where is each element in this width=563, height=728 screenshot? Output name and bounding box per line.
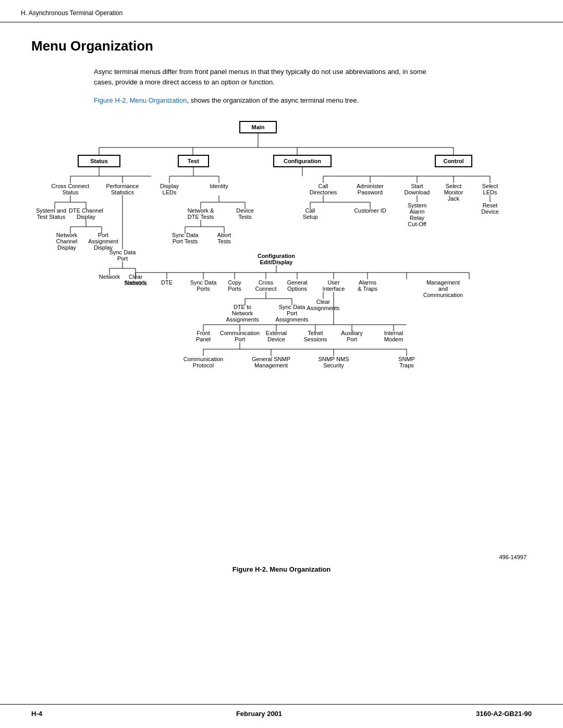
header-text: H. Asynchronous Terminal Operation [21,9,123,17]
svg-text:Auxiliary: Auxiliary [341,330,363,336]
svg-text:Port: Port [287,310,297,316]
svg-text:Sync Data: Sync Data [190,279,217,286]
svg-text:Assignments: Assignments [226,316,259,323]
svg-text:Network: Network [56,232,78,238]
svg-text:External: External [266,330,287,336]
svg-text:LEDs: LEDs [163,189,177,195]
svg-text:Identity: Identity [210,183,228,189]
svg-text:LEDs: LEDs [483,189,497,195]
svg-text:Jack: Jack [448,195,460,202]
svg-text:Display: Display [77,214,96,220]
svg-text:and: and [438,286,448,292]
diagram-container: Main Status Test Configuration Control [31,116,532,544]
svg-text:Communication: Communication [183,356,223,362]
svg-text:Management: Management [254,362,288,368]
svg-text:Status: Status [62,189,79,195]
svg-text:Test Status: Test Status [37,214,66,220]
svg-text:Directories: Directories [310,189,337,195]
section-title: Menu Organization [31,38,532,54]
svg-text:Device: Device [267,336,285,342]
svg-text:Configuration: Configuration [258,253,295,259]
svg-text:Cross: Cross [259,279,274,286]
svg-text:Sessions: Sessions [304,336,327,342]
svg-text:Panel: Panel [196,336,211,342]
svg-text:Clear: Clear [316,299,331,305]
svg-text:Communication: Communication [423,292,463,298]
svg-text:Select: Select [446,183,462,189]
svg-text:Network &: Network & [188,207,214,214]
svg-text:Password: Password [358,189,383,195]
page-content: Menu Organization Async terminal menus d… [0,22,563,594]
svg-text:Sync Data: Sync Data [172,232,199,238]
svg-text:DTE Tests: DTE Tests [188,214,214,220]
svg-text:Port: Port [347,336,357,342]
intro-text-1: Async terminal menus differ from front p… [94,68,426,86]
svg-text:Communication: Communication [220,330,260,336]
svg-text:Telnet: Telnet [308,330,323,336]
svg-text:Administer: Administer [357,183,384,189]
figure-id: 496-14997 [31,554,527,560]
svg-text:DTE Channel: DTE Channel [69,207,103,214]
svg-text:Port: Port [98,232,108,238]
svg-text:Security: Security [323,362,344,368]
svg-text:Select: Select [482,183,498,189]
footer-left: H-4 [31,710,42,718]
svg-text:DTE: DTE [161,279,173,286]
page-header: H. Asynchronous Terminal Operation [0,0,563,22]
svg-text:Network: Network [125,279,146,286]
svg-text:Interface: Interface [323,286,345,292]
svg-text:Cross Connect: Cross Connect [52,183,90,189]
svg-text:General SNMP: General SNMP [252,356,290,362]
svg-text:Tests: Tests [238,214,252,220]
svg-text:Port: Port [117,255,128,262]
menu-organization-diagram: Main Status Test Configuration Control [31,116,532,544]
svg-text:Port Tests: Port Tests [173,238,198,244]
svg-text:Sync Data: Sync Data [279,304,306,310]
svg-text:Copy: Copy [228,279,241,286]
svg-text:Management: Management [426,279,460,286]
footer-center: February 2001 [236,710,282,718]
svg-text:SNMP NMS: SNMP NMS [318,356,349,362]
svg-text:Abort: Abort [217,232,231,238]
svg-text:Download: Download [405,189,430,195]
svg-text:Customer ID: Customer ID [354,207,386,214]
svg-text:Status: Status [90,158,108,164]
svg-text:DTE to: DTE to [234,304,251,310]
svg-text:Cut-Off: Cut-Off [408,221,426,227]
svg-text:Statistics: Statistics [111,189,134,195]
intro-text-2: , shows the organization of the async te… [187,96,359,104]
svg-text:Configuration: Configuration [284,158,321,164]
figure-link[interactable]: Figure H-2, Menu Organization [94,96,187,104]
svg-text:SNMP: SNMP [398,356,415,362]
svg-text:Monitor: Monitor [444,189,463,195]
svg-text:Options: Options [287,286,307,292]
svg-text:Assignments: Assignments [276,316,309,323]
svg-text:Main: Main [251,124,264,130]
intro-paragraph-1: Async terminal menus differ from front p… [94,67,427,87]
svg-text:Alarm: Alarm [410,208,425,215]
svg-text:Traps: Traps [399,362,414,368]
page-footer: H-4 February 2001 3160-A2-GB21-90 [0,704,563,718]
svg-text:Ports: Ports [228,286,241,292]
svg-text:Sync Data: Sync Data [109,249,137,255]
svg-text:Device: Device [236,207,254,214]
svg-text:Connect: Connect [255,286,277,292]
svg-text:Internal: Internal [384,330,403,336]
svg-text:& Traps: & Traps [358,286,377,292]
svg-text:Alarms: Alarms [359,279,377,286]
svg-text:Display: Display [57,244,77,251]
svg-text:Tests: Tests [217,238,231,244]
svg-text:Network: Network [99,274,120,280]
footer-right: 3160-A2-GB21-90 [476,710,532,718]
svg-text:Call: Call [305,207,315,214]
svg-text:Test: Test [188,158,199,164]
svg-text:Call: Call [319,183,328,189]
svg-text:Assignment: Assignment [88,238,118,244]
svg-text:Assignments: Assignments [307,305,340,311]
svg-text:Control: Control [443,158,463,164]
svg-text:Network: Network [232,310,253,316]
intro-paragraph-2: Figure H-2, Menu Organization, shows the… [94,95,427,106]
figure-caption: Figure H-2. Menu Organization [31,565,532,573]
svg-text:Modem: Modem [384,336,403,342]
svg-text:Relay: Relay [410,215,425,221]
